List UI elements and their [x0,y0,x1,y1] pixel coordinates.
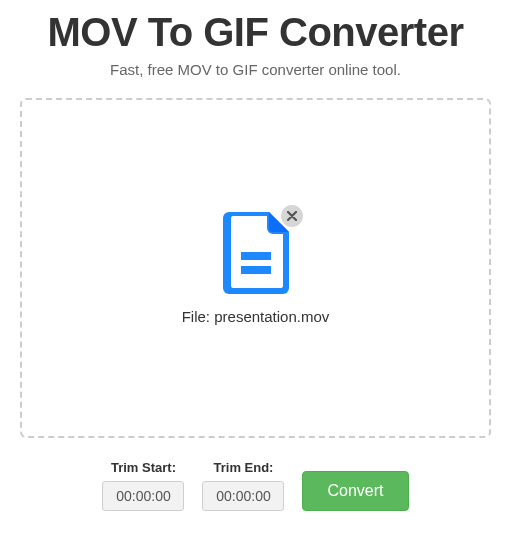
page-subtitle: Fast, free MOV to GIF converter online t… [20,61,491,78]
convert-button[interactable]: Convert [302,471,408,511]
trim-start-input[interactable] [102,481,184,511]
file-icon-wrap [223,212,289,294]
file-prefix: File: [182,308,215,325]
trim-start-group: Trim Start: [102,460,184,511]
trim-start-label: Trim Start: [102,460,184,475]
file-icon [223,212,289,294]
trim-end-input[interactable] [202,481,284,511]
svg-rect-1 [241,266,271,274]
remove-file-button[interactable] [281,205,303,227]
trim-end-group: Trim End: [202,460,284,511]
close-icon [287,211,297,221]
trim-end-label: Trim End: [202,460,284,475]
file-dropzone[interactable]: File: presentation.mov [20,98,491,438]
svg-rect-0 [241,252,271,260]
controls-row: Trim Start: Trim End: Convert [20,460,491,511]
file-name-label: File: presentation.mov [182,308,330,325]
page-title: MOV To GIF Converter [20,10,491,55]
file-name: presentation.mov [214,308,329,325]
